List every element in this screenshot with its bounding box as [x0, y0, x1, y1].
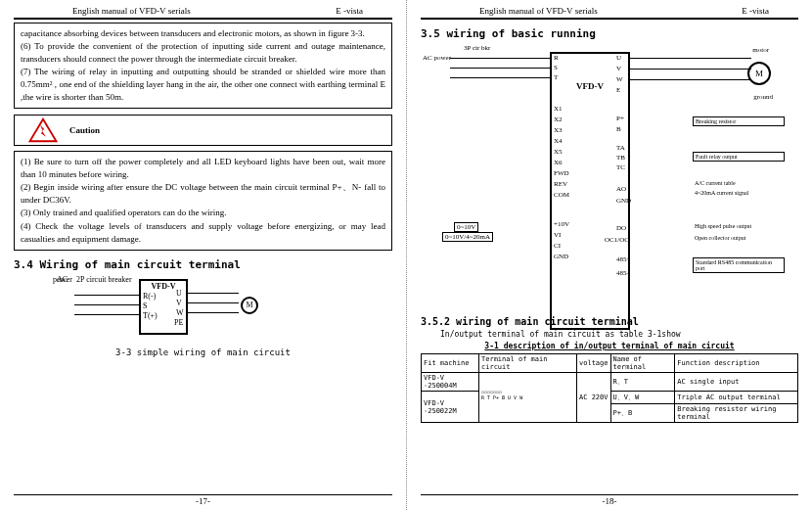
d2-REV: REV: [554, 180, 567, 188]
d2-COM: COM: [554, 191, 569, 199]
d2-hsp: High speed pulse output: [693, 222, 783, 230]
box1-item7: (7) The wiring of relay in inputting and…: [21, 66, 385, 104]
d2-DO: DO: [616, 224, 626, 232]
d1-T: T(+): [143, 311, 158, 320]
d2-motor-label: motor: [752, 46, 769, 54]
page-number-right: -18-: [421, 494, 798, 506]
d2-W: W: [616, 75, 623, 83]
svg-marker-0: [30, 119, 57, 142]
d2-E: E: [616, 86, 620, 94]
d2-TC: TC: [616, 163, 625, 171]
header-right: English manual of VFD-V serials E -vista: [421, 4, 798, 20]
cell-fit1: VFD-V -250004M: [422, 373, 479, 392]
d1-R: R(-): [143, 292, 156, 301]
table-note: In/output terminal of main circuit as ta…: [440, 330, 798, 339]
d2-GND: GND: [616, 197, 631, 205]
caution-label: Caution: [69, 125, 100, 135]
box2-item3: (3) Only trained and qualified operators…: [21, 207, 385, 219]
d2-oco: Open collector output: [693, 234, 783, 242]
d2-sig2: 0~10V/4~20mA: [442, 232, 493, 242]
d1-U: U: [176, 289, 182, 298]
d2-VI: VI: [554, 231, 561, 239]
d2-R: R: [554, 54, 559, 62]
th-name: Name of terminal: [610, 354, 675, 373]
th-volt: voltage: [576, 354, 610, 373]
box2-item2: (2) Begin inside wiring after ensure the…: [21, 181, 385, 207]
page-right: English manual of VFD-V serials E -vista…: [406, 0, 812, 510]
cell-n3: P+、B: [610, 404, 675, 423]
cell-n1: R、T: [610, 373, 675, 392]
d1-caption: 3-3 simple wiring of main circuit: [14, 348, 392, 357]
d2-CI: CI: [554, 242, 561, 250]
d2-acpower: AC power: [423, 54, 451, 62]
d2-X1: X1: [554, 105, 563, 113]
box2-item4: (4) Check the voltage levels of transduc…: [21, 220, 385, 246]
d2-X4: X4: [554, 137, 563, 145]
d2-OC: OC1/OC: [605, 236, 629, 244]
cell-termimg: ▫▫▫▫▫▫▫R T P+ B U V W: [479, 373, 577, 423]
th-term: Terminal of main circuit: [479, 354, 577, 373]
d2-vfd-label: VFD-V: [576, 81, 604, 91]
d1-PE: PE: [174, 318, 183, 327]
page-number-left: -17-: [14, 494, 392, 506]
d1-motor-icon: M: [241, 297, 258, 314]
hazard-icon: [28, 117, 58, 143]
box1-intro: capacitance absorbing devices between tr…: [21, 27, 385, 40]
d2-V: V: [616, 65, 621, 72]
terminal-table: Fit machine Terminal of main circuit vol…: [421, 353, 798, 423]
term-labels: R T P+ B U V W: [481, 394, 522, 400]
d2-acsig: 4~20mA current signal: [693, 189, 783, 197]
cell-volt: AC 220V: [576, 373, 610, 423]
th-func: Function description: [675, 354, 798, 373]
d2-X3: X3: [554, 126, 563, 134]
d2-motor-icon: M: [747, 62, 771, 85]
d2-485p: 485+: [616, 255, 630, 263]
cell-f2: Triple AC output terminal: [675, 392, 798, 404]
header-title: English manual of VFD-V serials: [72, 6, 191, 16]
d2-485m: 485-: [616, 269, 629, 277]
d2-X2: X2: [554, 116, 563, 123]
d2-X6: X6: [554, 159, 563, 166]
box1-item6: (6) To provide the convenient of the pro…: [21, 40, 385, 66]
d2-GND2: GND: [554, 253, 568, 260]
warning-box-1: capacitance absorbing devices between tr…: [14, 23, 392, 109]
d2-TB: TB: [616, 154, 625, 162]
d2-FWD: FWD: [554, 169, 569, 177]
table-3-1-header: 3-1 description of in/output terminal of…: [421, 342, 798, 350]
cell-n2: U、V、W: [610, 392, 675, 404]
cell-f1: AC single input: [675, 373, 798, 392]
d1-power: power: [53, 275, 72, 284]
d1-S: S: [143, 301, 147, 310]
d2-sig1: 0~10V: [454, 222, 478, 232]
d2-breaker: 3P cir bkr: [464, 44, 490, 52]
table-row: VFD-V -250004M ▫▫▫▫▫▫▫R T P+ B U V W AC …: [422, 373, 798, 392]
th-fit: Fit machine: [422, 354, 479, 373]
d2-rs: Standard RS485 communication port: [693, 257, 785, 273]
d2-p10v: +10V: [554, 220, 569, 228]
d1-vfd-label: VFD-V: [152, 282, 176, 291]
header-brand: E -vista: [336, 6, 363, 16]
header-title-r: English manual of VFD-V serials: [479, 6, 598, 16]
d2-relay-box: Fault relay output: [693, 152, 785, 162]
d1-W: W: [176, 308, 184, 317]
diagram-basic-running: 3P cir bkr AC power VFD-V R S T X1 X2 X3…: [421, 44, 798, 310]
d2-U: U: [616, 54, 621, 62]
d2-B: B: [616, 125, 621, 133]
caution-bar: Caution: [14, 115, 392, 146]
d1-V: V: [176, 299, 182, 307]
box2-item1: (1) Be sure to turn off the power comple…: [21, 156, 385, 181]
warning-box-2: (1) Be sure to turn off the power comple…: [14, 151, 392, 250]
cell-f3: Breaking resistor wiring terminal: [675, 404, 798, 423]
section-3-4-title: 3.4 Wiring of main circuit terminal: [14, 258, 392, 271]
d2-TA: TA: [616, 144, 625, 152]
d2-AO: AO: [616, 185, 626, 193]
diagram-3-3: 2P circuit breaker AC power VFD-V R(-) S…: [14, 275, 392, 344]
terminal-block-icon: ▫▫▫▫▫▫▫R T P+ B U V W: [481, 389, 550, 406]
d2-ground: ground: [753, 93, 773, 101]
d1-breaker-label: 2P circuit breaker: [76, 275, 132, 284]
d2-X5: X5: [554, 148, 563, 156]
d2-T: T: [554, 73, 558, 81]
d2-acct: A/C current table: [693, 179, 783, 187]
d2-Pp: P+: [616, 115, 624, 122]
section-3-5-title: 3.5 wiring of basic running: [421, 27, 798, 40]
